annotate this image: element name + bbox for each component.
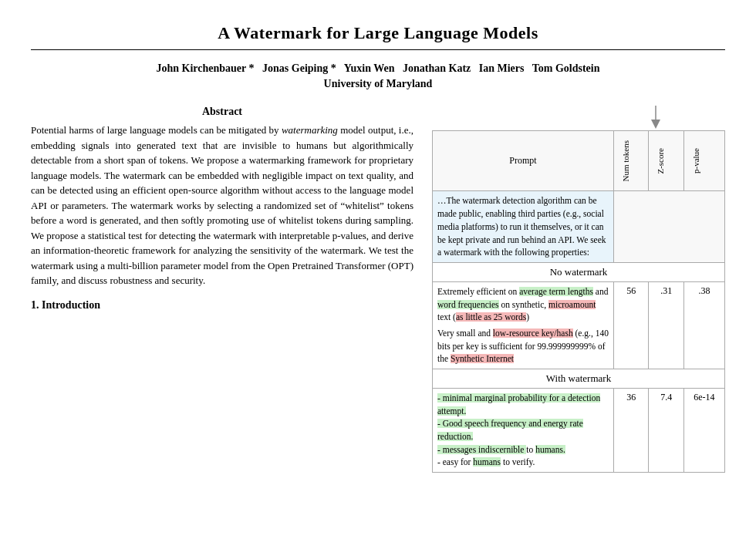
with-watermark-text: - minimal marginal probability for a det… bbox=[437, 392, 609, 469]
abstract-title: Abstract bbox=[31, 106, 413, 118]
watermark-table: Prompt Num tokens Z-score p-value bbox=[432, 130, 725, 473]
table-row-with-watermark-content: - minimal marginal probability for a det… bbox=[433, 388, 725, 472]
no-watermark-p: .38 bbox=[683, 281, 724, 369]
num-tokens-label: Num tokens bbox=[619, 134, 633, 187]
col-header-z-score: Z-score bbox=[649, 131, 683, 191]
left-column: Abstract Potential harms of large langua… bbox=[31, 106, 413, 315]
with-watermark-p: 6e-14 bbox=[683, 388, 724, 472]
col-header-num-tokens: Num tokens bbox=[613, 131, 648, 191]
table-header-row: Prompt Num tokens Z-score p-value bbox=[433, 131, 725, 191]
no-watermark-text2: Very small and low-resource key/hash (e.… bbox=[437, 327, 609, 366]
table-row-prompt: …The watermark detection algorithm can b… bbox=[433, 191, 725, 262]
hl-as-little: as little as 25 words bbox=[456, 312, 526, 322]
table-row-with-watermark-label: With watermark bbox=[433, 369, 725, 388]
right-column: Prompt Num tokens Z-score p-value bbox=[432, 106, 725, 473]
no-watermark-label: No watermark bbox=[433, 262, 725, 281]
hl-synthetic: Synthetic Internet bbox=[451, 354, 514, 363]
prompt-cell: …The watermark detection algorithm can b… bbox=[433, 191, 614, 262]
prompt-text: …The watermark detection algorithm can b… bbox=[437, 196, 606, 257]
table-row-no-watermark-content: Extremely efficient on average term leng… bbox=[433, 281, 725, 369]
hl-bullet3c: humans. bbox=[535, 445, 565, 454]
col-header-prompt: Prompt bbox=[433, 131, 614, 191]
no-watermark-text-cell: Extremely efficient on average term leng… bbox=[433, 281, 614, 369]
ww-bullet4a: - easy for bbox=[437, 457, 473, 467]
with-watermark-z: 7.4 bbox=[649, 388, 683, 472]
hl-word-freq: word frequencies bbox=[437, 300, 499, 309]
main-content: Abstract Potential harms of large langua… bbox=[31, 106, 725, 473]
hl-average-term: average term lengths bbox=[519, 287, 593, 296]
institution: University of Maryland bbox=[31, 78, 725, 90]
no-watermark-z: .31 bbox=[649, 281, 683, 369]
page-title: A Watermark for Large Language Models bbox=[31, 23, 725, 43]
down-arrow-icon bbox=[633, 106, 679, 129]
ww-bullet4c: to verify. bbox=[501, 457, 535, 467]
with-watermark-label: With watermark bbox=[433, 369, 725, 388]
hl-microamount: microamount bbox=[548, 300, 596, 309]
hl-bullet4b: humans bbox=[473, 457, 501, 467]
with-watermark-text-cell: - minimal marginal probability for a det… bbox=[433, 388, 614, 472]
no-watermark-num: 56 bbox=[613, 281, 648, 369]
hl-bullet2: - Good speech frequency and energy rate … bbox=[437, 419, 583, 441]
hl-low-resource: low-resource key/hash bbox=[493, 328, 573, 338]
with-watermark-num: 36 bbox=[613, 388, 648, 472]
hl-bullet3a: - messages indiscernible bbox=[437, 445, 526, 454]
prompt-stats-empty bbox=[613, 191, 724, 262]
title-divider bbox=[31, 49, 725, 50]
abstract-text: Potential harms of large language models… bbox=[31, 123, 413, 288]
ww-bullet3b: to bbox=[526, 445, 535, 454]
arrow-annotation bbox=[432, 106, 725, 129]
p-value-label: p-value bbox=[689, 142, 703, 180]
hl-bullet1: - minimal marginal probability for a det… bbox=[437, 393, 600, 416]
table-row-no-watermark-label: No watermark bbox=[433, 262, 725, 281]
intro-title: 1. Introduction bbox=[31, 299, 413, 312]
col-header-p-value: p-value bbox=[683, 131, 724, 191]
z-score-label: Z-score bbox=[653, 142, 667, 180]
no-watermark-text: Extremely efficient on average term leng… bbox=[437, 285, 609, 324]
authors: John Kirchenbauer * Jonas Geiping * Yuxi… bbox=[31, 62, 725, 75]
